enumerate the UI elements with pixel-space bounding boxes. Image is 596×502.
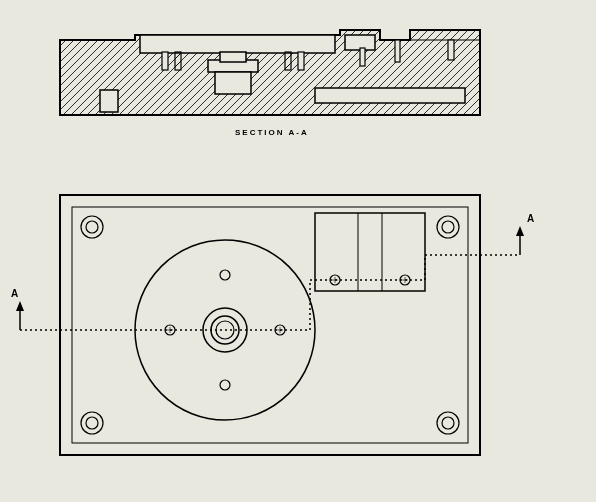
svg-point-24 (442, 417, 454, 429)
svg-point-18 (86, 221, 98, 233)
section-marker-right-label: A (527, 213, 534, 224)
svg-rect-1 (100, 90, 118, 112)
corner-hole-br (437, 412, 459, 434)
svg-rect-11 (360, 48, 365, 66)
section-view (60, 30, 480, 115)
svg-rect-4 (215, 72, 251, 94)
svg-rect-9 (298, 52, 304, 70)
svg-point-23 (437, 412, 459, 434)
svg-point-21 (81, 412, 103, 434)
svg-rect-7 (175, 52, 181, 70)
svg-point-22 (86, 417, 98, 429)
svg-point-20 (442, 221, 454, 233)
corner-hole-bl (81, 412, 103, 434)
section-label: SECTION A-A (235, 128, 309, 137)
svg-rect-2 (140, 35, 335, 53)
svg-rect-15 (60, 195, 480, 455)
corner-hole-tr (437, 216, 459, 238)
svg-rect-5 (220, 52, 246, 62)
svg-rect-12 (395, 40, 400, 62)
svg-rect-0 (315, 88, 465, 103)
corner-hole-tl (81, 216, 103, 238)
svg-rect-14 (448, 40, 454, 60)
svg-point-30 (220, 380, 230, 390)
svg-rect-6 (162, 52, 168, 70)
svg-point-19 (437, 216, 459, 238)
svg-point-29 (220, 270, 230, 280)
drawing-svg (0, 0, 596, 502)
section-line-aa (16, 226, 524, 330)
top-view (16, 195, 524, 455)
section-marker-left-label: A (11, 288, 18, 299)
engineering-drawing-canvas: SECTION A-A A A (0, 0, 596, 502)
svg-point-17 (81, 216, 103, 238)
svg-rect-8 (285, 52, 291, 70)
